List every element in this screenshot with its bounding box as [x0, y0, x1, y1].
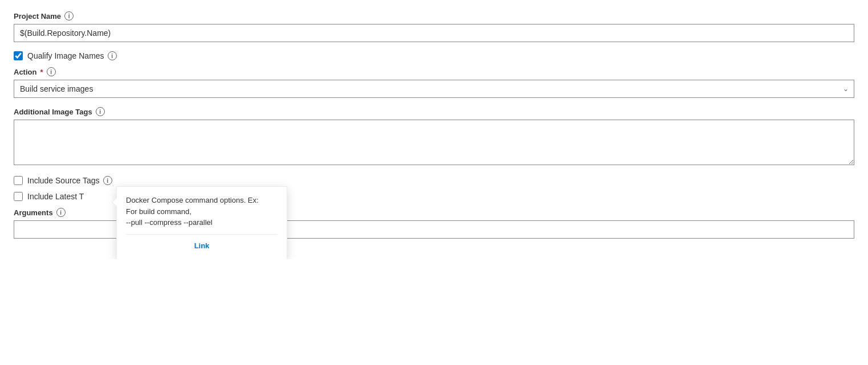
tooltip-line1: Docker Compose command options. Ex:: [126, 196, 259, 204]
action-label: Action * i: [14, 67, 854, 76]
additional-image-tags-info-icon[interactable]: i: [96, 107, 105, 116]
tooltip-content: Docker Compose command options. Ex: For …: [126, 195, 278, 228]
additional-image-tags-label-text: Additional Image Tags: [14, 108, 92, 116]
include-source-tags-label-text: Include Source Tags: [27, 176, 100, 185]
action-info-icon[interactable]: i: [47, 67, 56, 76]
action-required-star: *: [40, 68, 43, 76]
include-latest-tag-checkbox[interactable]: [14, 192, 23, 201]
project-name-section: Project Name i: [14, 11, 854, 42]
qualify-image-names-checkbox[interactable]: [14, 51, 23, 60]
tooltip-link-section: Link: [126, 234, 278, 252]
action-section: Action * i Build service images Push ser…: [14, 67, 854, 98]
include-latest-tag-label-text: Include Latest T: [27, 192, 84, 201]
additional-image-tags-label: Additional Image Tags i: [14, 107, 854, 116]
tooltip-popup: Docker Compose command options. Ex: For …: [116, 186, 287, 259]
arguments-label-text: Arguments: [14, 208, 53, 217]
qualify-image-names-label-text: Qualify Image Names: [27, 51, 104, 60]
additional-image-tags-input[interactable]: [14, 120, 854, 165]
action-label-text: Action: [14, 68, 36, 76]
include-source-tags-label: Include Source Tags i: [27, 176, 112, 185]
include-latest-tag-section: Include Latest T Docker Compose command …: [14, 192, 854, 201]
qualify-image-names-label: Qualify Image Names i: [27, 51, 117, 60]
project-name-info-icon[interactable]: i: [64, 11, 74, 20]
qualify-image-names-section: Qualify Image Names i: [14, 51, 854, 60]
qualify-image-names-info-icon[interactable]: i: [108, 51, 117, 60]
include-source-tags-checkbox[interactable]: [14, 176, 23, 185]
include-source-tags-section: Include Source Tags i: [14, 176, 854, 185]
additional-image-tags-section: Additional Image Tags i: [14, 107, 854, 167]
action-select[interactable]: Build service images Push service images…: [14, 80, 854, 98]
project-name-label: Project Name i: [14, 11, 854, 20]
project-name-label-text: Project Name: [14, 12, 61, 20]
tooltip-arrow: [112, 198, 117, 206]
tooltip-line2: For build command,: [126, 207, 191, 216]
project-name-input[interactable]: [14, 24, 854, 42]
action-select-wrapper: Build service images Push service images…: [14, 80, 854, 98]
arguments-info-icon[interactable]: i: [56, 208, 66, 217]
tooltip-link[interactable]: Link: [194, 240, 210, 252]
tooltip-line3: --pull --compress --parallel: [126, 218, 213, 227]
include-source-tags-info-icon[interactable]: i: [103, 176, 112, 185]
include-latest-tag-label: Include Latest T: [27, 192, 84, 201]
